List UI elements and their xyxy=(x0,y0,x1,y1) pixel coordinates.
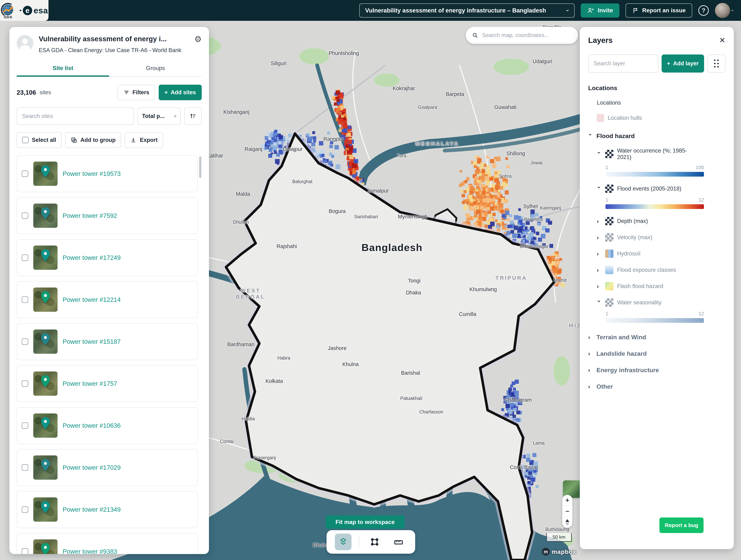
raster-layer-icon xyxy=(605,217,613,225)
site-checkbox[interactable] xyxy=(22,422,28,429)
site-name-link[interactable]: Power tower #17249 xyxy=(63,254,121,261)
add-sites-button[interactable]: + Add sites xyxy=(159,85,202,100)
chevron-collapsed-icon: › xyxy=(588,367,593,373)
site-checkbox[interactable] xyxy=(22,548,28,554)
layer-item-water-occurrence[interactable]: › Water occurrence (%; 1985-2021) xyxy=(588,147,726,161)
layer-item-flood-events[interactable]: › Flood events (2005-2018) xyxy=(588,185,726,193)
site-checkbox[interactable] xyxy=(22,171,28,177)
site-checkbox[interactable] xyxy=(22,296,28,303)
chevron-collapsed-icon: › xyxy=(597,218,602,225)
raster-layer-icon xyxy=(605,233,613,242)
layer-item-depth-max[interactable]: › Depth (max) xyxy=(588,217,726,225)
select-all-checkbox[interactable] xyxy=(22,137,28,143)
compass-button[interactable] xyxy=(562,517,572,528)
filters-button[interactable]: Filters xyxy=(118,85,155,100)
account-menu[interactable]: › xyxy=(715,3,733,18)
site-name-link[interactable]: Power tower #9383 xyxy=(63,548,117,554)
site-card[interactable]: Power tower #1757 xyxy=(17,365,198,402)
site-card[interactable]: Power tower #15187 xyxy=(17,323,198,360)
layers-panel-title: Layers xyxy=(588,36,719,45)
zoom-out-button[interactable]: − xyxy=(562,506,572,516)
reorder-layers-button[interactable] xyxy=(708,55,726,73)
site-card[interactable]: Power tower #12214 xyxy=(17,281,198,318)
layers-tool-button[interactable] xyxy=(335,534,351,550)
layer-item-water-seasonality[interactable]: › Water seasonality xyxy=(588,298,726,307)
report-bug-button[interactable]: Report a bug xyxy=(659,517,703,533)
site-name-link[interactable]: Power tower #19573 xyxy=(63,170,121,177)
layer-group-energy-infrastructure[interactable]: › Energy infrastructure xyxy=(588,367,726,374)
plus-icon: + xyxy=(164,89,168,96)
site-card[interactable]: Power tower #17249 xyxy=(17,239,198,276)
panel-tabs: Site list Groups xyxy=(17,65,202,77)
layer-item-location-hulls[interactable]: Location hulls xyxy=(588,114,726,122)
layer-item-flash-flood[interactable]: › Flash flood hazard xyxy=(588,282,726,291)
search-layer-input[interactable] xyxy=(588,55,658,73)
layer-item-flood-exposure[interactable]: › Flood exposure classes xyxy=(588,266,726,274)
layer-group-other[interactable]: › Other xyxy=(588,383,726,390)
sort-az-icon xyxy=(189,113,197,120)
site-name-link[interactable]: Power tower #21349 xyxy=(63,506,121,513)
site-checkbox[interactable] xyxy=(22,254,28,261)
report-issue-button[interactable]: Report an issue xyxy=(625,3,692,17)
site-name-link[interactable]: Power tower #1757 xyxy=(63,380,117,387)
invite-button[interactable]: Invite xyxy=(581,3,619,17)
fit-map-button[interactable]: Fit map to workspace xyxy=(326,515,405,529)
site-checkbox[interactable] xyxy=(22,338,28,345)
site-name-link[interactable]: Power tower #7592 xyxy=(63,212,117,219)
site-name-link[interactable]: Power tower #10636 xyxy=(63,422,121,429)
legend-gradient-bar xyxy=(606,318,704,323)
add-to-group-button[interactable]: Add to group xyxy=(65,132,121,148)
site-checkbox[interactable] xyxy=(22,506,28,513)
site-card[interactable]: Power tower #21349 xyxy=(17,491,198,528)
site-list[interactable]: Power tower #19573Power tower #7592Power… xyxy=(17,155,202,554)
tab-site-list[interactable]: Site list xyxy=(17,65,109,76)
close-icon[interactable]: ✕ xyxy=(719,37,726,44)
avatar[interactable] xyxy=(715,3,730,18)
sites-count-suffix: sites xyxy=(40,89,51,96)
site-card[interactable]: Power tower #17029 xyxy=(17,449,198,486)
sort-direction-button[interactable] xyxy=(184,108,202,125)
select-all-button[interactable]: Select all xyxy=(17,132,62,148)
site-card[interactable]: Power tower #19573 xyxy=(17,155,198,192)
site-name-link[interactable]: Power tower #15187 xyxy=(63,338,121,345)
add-layer-button[interactable]: + Add layer xyxy=(662,55,704,73)
map-search[interactable] xyxy=(466,27,578,44)
polygon-nodes-icon xyxy=(370,537,379,547)
add-sites-label: Add sites xyxy=(171,89,196,96)
layer-item-locations[interactable]: Locations xyxy=(588,100,726,106)
hull-color-swatch xyxy=(597,114,604,122)
settings-gear-icon[interactable]: ⚙ xyxy=(194,35,202,43)
search-sites-input[interactable] xyxy=(17,108,134,125)
gda-arrow-icon xyxy=(3,6,14,13)
site-thumbnail xyxy=(33,246,58,270)
site-checkbox[interactable] xyxy=(22,212,28,219)
layer-group-terrain-wind[interactable]: › Terrain and Wind xyxy=(588,334,726,341)
layer-item-hydrosoil[interactable]: › Hydrosoil xyxy=(588,250,726,258)
sort-field-select[interactable]: Total p... › xyxy=(138,108,181,125)
site-card[interactable]: Power tower #7592 xyxy=(17,197,198,234)
legend-min: 1 xyxy=(606,311,608,317)
measure-tool-button[interactable] xyxy=(390,534,407,550)
layer-group-landslide[interactable]: › Landslide hazard xyxy=(588,350,726,357)
draw-polygon-tool-button[interactable] xyxy=(366,534,383,550)
mapbox-wordmark: mapbox xyxy=(552,548,576,555)
layer-item-velocity-max[interactable]: › Velocity (max) xyxy=(588,233,726,242)
site-checkbox[interactable] xyxy=(22,464,28,471)
site-checkbox[interactable] xyxy=(22,380,28,387)
project-selector[interactable]: Vulnerability assessment of energy infra… xyxy=(359,3,575,17)
mapbox-logo-icon: m xyxy=(542,548,550,556)
site-card[interactable]: Power tower #9383 xyxy=(17,533,198,554)
export-button[interactable]: Export xyxy=(125,132,163,148)
zoom-in-button[interactable]: + xyxy=(562,495,572,505)
site-name-link[interactable]: Power tower #12214 xyxy=(63,296,121,303)
tab-groups[interactable]: Groups xyxy=(109,65,202,76)
site-name-link[interactable]: Power tower #17029 xyxy=(63,464,121,471)
layer-group-flood-hazard[interactable]: › Flood hazard xyxy=(588,132,726,139)
scrollbar-thumb[interactable] xyxy=(199,156,201,178)
legend-max: 100 xyxy=(696,165,704,171)
help-button[interactable]: ? xyxy=(698,5,709,16)
raster-layer-icon xyxy=(605,185,613,193)
map-search-input[interactable] xyxy=(482,32,572,39)
site-thumbnail xyxy=(33,455,58,480)
site-card[interactable]: Power tower #10636 xyxy=(17,407,198,444)
